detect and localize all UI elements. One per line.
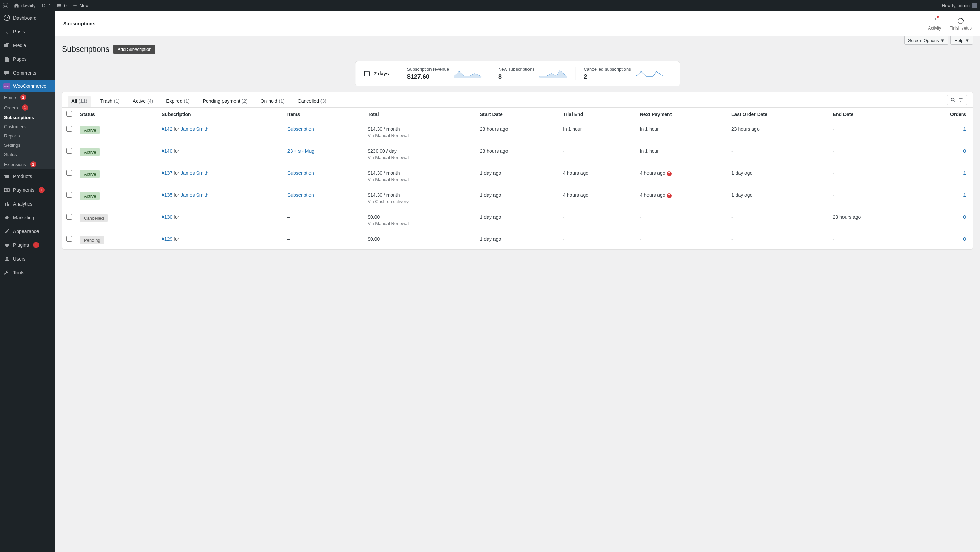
subscriptions-table: Status Subscription Items Total Start Da… [62,108,973,249]
sidebar-sub-extensions[interactable]: Extensions1 [0,159,55,170]
sidebar-item-media[interactable]: Media [0,38,55,52]
stat-cancelled: Cancelled subscriptions 2 [575,67,671,81]
sidebar-sub-status[interactable]: Status [0,150,55,159]
items-link[interactable]: Subscription [288,170,314,176]
tab-trash[interactable]: Trash (1) [97,95,123,106]
add-subscription-button[interactable]: Add Subscription [113,45,156,54]
customer-link[interactable]: James Smith [181,126,208,132]
sidebar-item-pages[interactable]: Pages [0,52,55,66]
finish-setup-button[interactable]: Finish setup [950,17,972,30]
plugins-icon [3,242,10,249]
sidebar-item-products[interactable]: Products [0,170,55,183]
tab-count: (1) [184,98,189,104]
subscription-id-link[interactable]: #142 [162,126,172,132]
plus-icon [72,3,78,8]
activity-button[interactable]: Activity [928,16,941,30]
tab-expired[interactable]: Expired (1) [163,95,193,106]
orders-count-link[interactable]: 0 [963,148,966,154]
row-checkbox[interactable] [66,192,72,198]
row-checkbox[interactable] [66,126,72,132]
trial-end-cell: 4 hours ago [559,187,636,209]
items-text: – [288,214,290,220]
sidebar-label: Subscriptions [4,115,34,120]
col-orders[interactable]: Orders [912,108,973,121]
badge: 1 [38,187,45,193]
sidebar-item-posts[interactable]: Posts [0,25,55,38]
orders-count-link[interactable]: 0 [963,214,966,220]
status-badge: Cancelled [80,214,108,222]
subscription-id-link[interactable]: #129 [162,236,172,242]
pin-icon [3,28,10,35]
help-button[interactable]: Help ▼ [950,36,973,45]
chevron-down-icon: ▼ [965,38,969,43]
row-checkbox[interactable] [66,170,72,176]
sidebar-item-appearance[interactable]: Appearance [0,224,55,238]
sidebar-item-tools[interactable]: Tools [0,266,55,279]
sidebar-item-plugins[interactable]: Plugins1 [0,238,55,252]
analytics-icon [3,200,10,207]
updates-link[interactable]: 1 [41,3,51,8]
col-status[interactable]: Status [76,108,158,121]
col-items[interactable]: Items [283,108,363,121]
items-link[interactable]: 23 × s - Mug [288,148,314,154]
col-trial-end[interactable]: Trial End [559,108,636,121]
sidebar-item-payments[interactable]: $ Payments1 [0,183,55,197]
col-end-date[interactable]: End Date [829,108,912,121]
col-subscription[interactable]: Subscription [158,108,283,121]
sidebar-sub-orders[interactable]: Orders1 [0,102,55,113]
page-title: Subscriptions [62,45,109,54]
row-checkbox[interactable] [66,236,72,242]
next-payment-cell: - [640,236,642,242]
subscription-id-link[interactable]: #140 [162,148,172,154]
sidebar-item-marketing[interactable]: Marketing [0,211,55,224]
sidebar-sub-customers[interactable]: Customers [0,122,55,131]
sidebar-item-woocommerce[interactable]: woo WooCommerce [0,80,55,92]
subscription-id-link[interactable]: #137 [162,170,172,176]
tab-all[interactable]: All (11) [68,95,91,106]
orders-count-link[interactable]: 0 [963,236,966,242]
row-checkbox[interactable] [66,214,72,220]
sidebar-sub-settings[interactable]: Settings [0,141,55,150]
screen-options-button[interactable]: Screen Options ▼ [904,36,948,45]
tab-count: (1) [279,98,285,104]
col-total[interactable]: Total [363,108,476,121]
orders-count-link[interactable]: 1 [963,126,966,132]
tab-active[interactable]: Active (4) [129,95,156,106]
items-link[interactable]: Subscription [288,126,314,132]
tab-pending-payment[interactable]: Pending payment (2) [199,95,251,106]
wordpress-icon [3,3,8,8]
subscription-id-link[interactable]: #130 [162,214,172,220]
sidebar-item-dashboard[interactable]: Dashboard [0,11,55,25]
subscription-id-link[interactable]: #135 [162,192,172,198]
trial-end-cell: - [559,143,636,165]
items-link[interactable]: Subscription [288,192,314,198]
site-link[interactable]: dashify [14,3,35,8]
tab-cancelled[interactable]: Cancelled (3) [294,95,330,106]
tab-on-hold[interactable]: On hold (1) [257,95,288,106]
howdy-link[interactable]: Howdy, admin [942,3,977,8]
orders-count-link[interactable]: 1 [963,192,966,198]
customer-link[interactable]: James Smith [181,192,208,198]
sidebar-item-users[interactable]: Users [0,252,55,266]
orders-count-link[interactable]: 1 [963,170,966,176]
select-all-checkbox[interactable] [66,111,72,116]
search-filter-button[interactable] [947,95,967,105]
sidebar-sub-home[interactable]: Home2 [0,92,55,102]
payment-via: Via Manual Renewal [368,133,472,138]
col-last-order[interactable]: Last Order Date [727,108,829,121]
sidebar-item-comments[interactable]: Comments [0,66,55,80]
col-start-date[interactable]: Start Date [476,108,559,121]
customer-link[interactable]: James Smith [181,170,208,176]
sidebar-sub-subscriptions[interactable]: Subscriptions [0,113,55,122]
sidebar-sub-reports[interactable]: Reports [0,131,55,141]
new-link[interactable]: New [72,3,89,8]
row-checkbox[interactable] [66,148,72,154]
comments-link[interactable]: 0 [56,3,66,8]
col-next-payment[interactable]: Next Payment [636,108,727,121]
sidebar-label: WooCommerce [13,83,46,89]
refresh-icon [41,3,46,8]
sidebar-label: Marketing [13,215,34,220]
sidebar-label: Payments [13,187,34,193]
wp-logo[interactable] [3,3,8,8]
sidebar-item-analytics[interactable]: Analytics [0,197,55,211]
